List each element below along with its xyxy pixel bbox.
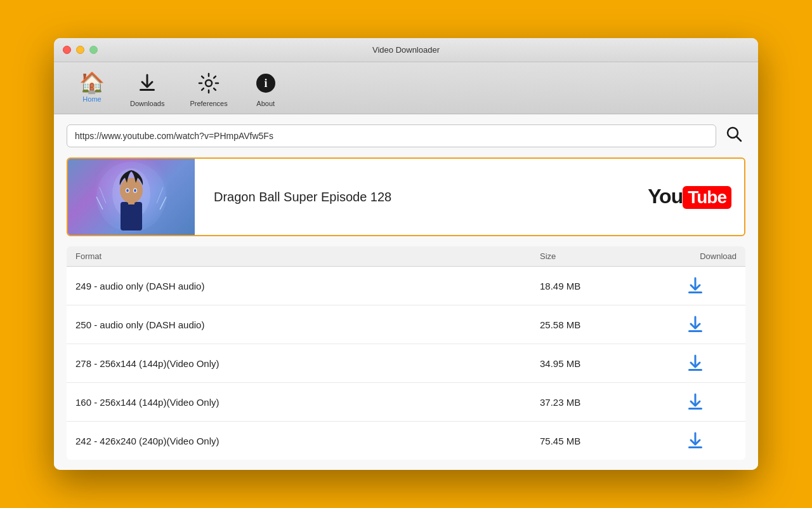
- row-0-download-button[interactable]: [654, 276, 737, 296]
- home-label: Home: [82, 95, 101, 103]
- row-4-size: 75.45 MB: [540, 436, 654, 446]
- svg-point-1: [206, 80, 212, 86]
- svg-text:i: i: [264, 77, 267, 90]
- search-button[interactable]: [723, 125, 745, 147]
- about-label: About: [256, 100, 275, 107]
- row-0-size: 18.49 MB: [540, 281, 654, 291]
- svg-point-14: [134, 189, 136, 192]
- table-row: 242 - 426x240 (240p)(Video Only) 75.45 M…: [67, 422, 745, 460]
- table-row: 249 - audio only (DASH audio) 18.49 MB: [67, 267, 745, 305]
- video-title: Dragon Ball Super Episode 128: [195, 190, 648, 204]
- svg-point-13: [126, 189, 129, 192]
- svg-rect-0: [140, 89, 155, 91]
- toolbar-item-home[interactable]: 🏠 Home: [67, 69, 117, 114]
- svg-rect-21: [688, 369, 702, 371]
- row-2-format: 278 - 256x144 (144p)(Video Only): [75, 358, 540, 369]
- video-card: Dragon Ball Super Episode 128 YouTube: [67, 157, 745, 236]
- youtube-logo: YouTube: [648, 185, 731, 209]
- row-1-format: 250 - audio only (DASH audio): [75, 319, 540, 330]
- thumbnail-art: [90, 159, 173, 235]
- svg-rect-20: [688, 330, 702, 332]
- row-3-size: 37.23 MB: [540, 397, 654, 408]
- svg-line-5: [737, 137, 742, 142]
- video-thumbnail: [68, 159, 195, 235]
- table-header: Format Size Download: [67, 246, 745, 267]
- toolbar-item-downloads[interactable]: Downloads: [117, 69, 177, 114]
- svg-rect-8: [121, 202, 142, 231]
- downloads-label: Downloads: [130, 100, 164, 107]
- toolbar: 🏠 Home Downloads Preferences: [54, 62, 758, 114]
- url-input[interactable]: [67, 124, 716, 147]
- row-1-size: 25.58 MB: [540, 319, 654, 330]
- search-row: [67, 124, 745, 147]
- header-format: Format: [75, 251, 540, 261]
- row-4-download-button[interactable]: [654, 431, 737, 451]
- preferences-label: Preferences: [190, 100, 227, 107]
- row-3-download-button[interactable]: [654, 392, 737, 412]
- close-button[interactable]: [63, 46, 71, 54]
- row-0-format: 249 - audio only (DASH audio): [75, 281, 540, 291]
- svg-rect-19: [688, 291, 702, 293]
- header-size: Size: [540, 251, 654, 261]
- toolbar-item-preferences[interactable]: Preferences: [177, 69, 240, 114]
- row-1-download-button[interactable]: [654, 314, 737, 335]
- svg-point-10: [120, 178, 143, 203]
- traffic-lights: [63, 46, 98, 54]
- downloads-icon: [136, 72, 158, 97]
- search-icon: [725, 125, 743, 143]
- toolbar-item-about[interactable]: i About: [240, 69, 291, 114]
- row-2-download-button[interactable]: [654, 353, 737, 373]
- svg-point-4: [728, 128, 738, 138]
- window-title: Video Downloader: [372, 45, 440, 55]
- table-row: 160 - 256x144 (144p)(Video Only) 37.23 M…: [67, 383, 745, 422]
- header-download: Download: [654, 251, 737, 261]
- preferences-icon: [198, 72, 219, 97]
- table-row: 250 - audio only (DASH audio) 25.58 MB: [67, 305, 745, 344]
- titlebar: Video Downloader: [54, 38, 758, 62]
- content-area: Dragon Ball Super Episode 128 YouTube Fo…: [54, 114, 758, 470]
- row-3-format: 160 - 256x144 (144p)(Video Only): [75, 397, 540, 408]
- table-row: 278 - 256x144 (144p)(Video Only) 34.95 M…: [67, 344, 745, 383]
- maximize-button[interactable]: [89, 46, 98, 54]
- row-2-size: 34.95 MB: [540, 358, 654, 369]
- svg-rect-22: [688, 408, 702, 410]
- minimize-button[interactable]: [76, 46, 84, 54]
- format-table: Format Size Download 249 - audio only (D…: [67, 246, 745, 460]
- app-window: Video Downloader 🏠 Home Downloads: [54, 38, 758, 470]
- row-4-format: 242 - 426x240 (240p)(Video Only): [75, 436, 540, 446]
- home-icon: 🏠: [79, 72, 105, 93]
- svg-rect-23: [688, 446, 702, 448]
- about-icon: i: [255, 72, 277, 97]
